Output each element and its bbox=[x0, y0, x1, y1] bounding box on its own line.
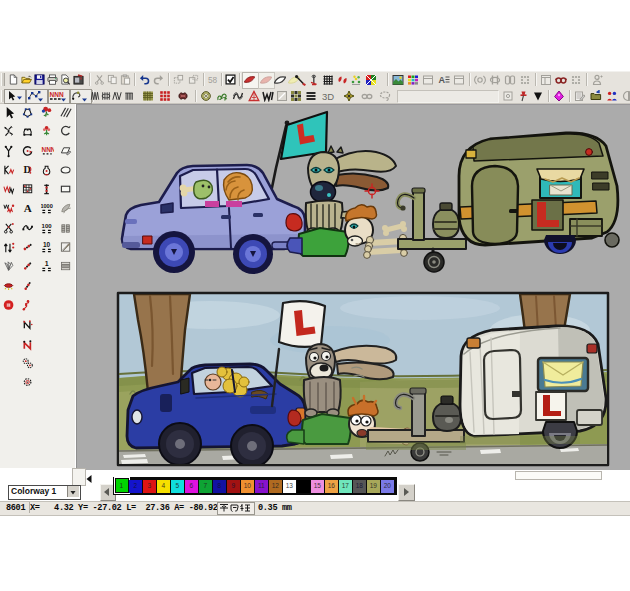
svg-text:1: 1 bbox=[45, 260, 49, 267]
svg-text:58: 58 bbox=[208, 76, 218, 85]
svg-text:A: A bbox=[439, 75, 446, 85]
svg-text:NNN: NNN bbox=[50, 91, 64, 98]
svg-text:1000: 1000 bbox=[41, 203, 53, 209]
svg-text:A: A bbox=[24, 202, 32, 214]
svg-text:D: D bbox=[23, 164, 30, 175]
svg-text:10: 10 bbox=[43, 241, 51, 248]
svg-text:3D: 3D bbox=[322, 91, 334, 102]
svg-text:100: 100 bbox=[42, 223, 53, 229]
svg-text:NNN: NNN bbox=[41, 146, 54, 153]
